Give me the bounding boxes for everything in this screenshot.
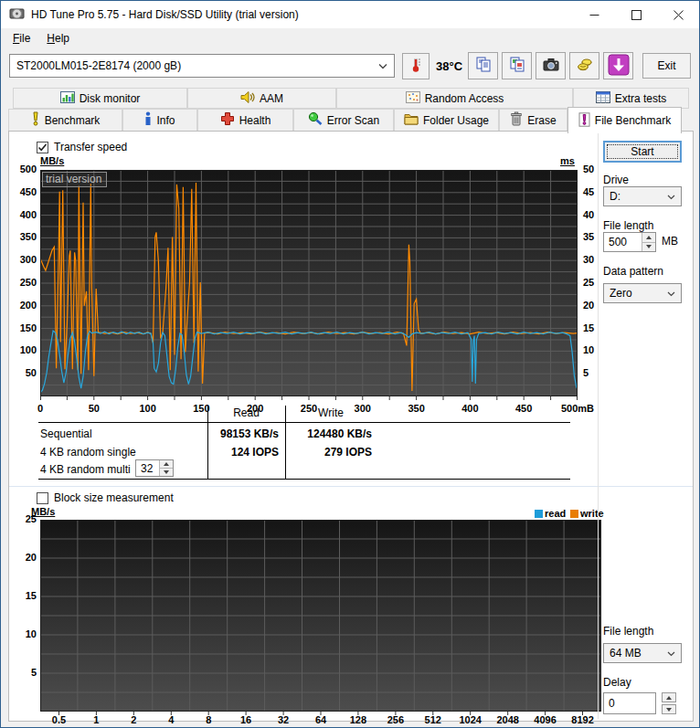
magnifier-icon [308,111,323,129]
tab-health[interactable]: Health [197,109,293,132]
axis-tick-label: 1024 [450,714,492,726]
table-line [38,422,570,423]
axis-tick-label: 64 [300,714,342,726]
tab-info[interactable]: Info [122,109,197,132]
tab-extra-tests[interactable]: Extra tests [573,88,689,109]
tab-random-access[interactable]: Random Access [336,88,573,109]
update-button[interactable] [603,52,633,79]
file-length2-label: File length [603,625,653,638]
app-icon [9,5,25,24]
axis-tick-label: 0 [17,403,63,415]
file-benchmark-page: Transfer speed MB/s ms trial version Rea… [8,131,694,722]
tab-label: Random Access [425,92,504,105]
copy-image-icon [509,57,525,76]
file-length-unit: MB [662,235,678,248]
menu-help[interactable]: Help [38,30,78,47]
spin-up-button[interactable] [642,233,655,242]
titlebar: HD Tune Pro 5.75 - Hard Disk/SSD Utility… [1,1,699,28]
trash-icon [510,111,523,129]
tab-erase[interactable]: Erase [499,109,567,132]
axis-tick-label: 250 [286,403,332,415]
random-single-write-value: 279 IOPS [290,446,372,459]
exit-button-label: Exit [657,59,675,72]
axis-tick-label: 15 [583,322,607,334]
minimize-button[interactable] [573,1,615,28]
menubar: File Help [1,28,699,48]
legend-read-label: read [545,508,566,519]
drive-dropdown-value: D: [610,190,620,203]
temperature-button[interactable] [402,53,430,79]
checkbox-checked-icon [37,142,48,153]
tab-folder-usage[interactable]: Folder Usage [394,109,499,132]
maximize-button[interactable] [615,1,657,28]
axis-tick-label: 10 [13,628,37,640]
tab-bar: Disk monitor AAM Random Access Extra tes… [1,88,699,132]
speaker-icon [240,90,255,107]
copy-image-button[interactable] [502,52,532,79]
file-length2-dropdown[interactable]: 64 MB [603,643,682,663]
axis-tick-label: 5 [13,667,37,679]
axis-tick-label: 25 [13,513,37,525]
thermometer-icon [410,56,421,77]
axis-tick-label: 350 [13,231,37,243]
camera-icon [543,58,559,74]
health-cross-icon [220,111,235,129]
chevron-down-icon [378,59,387,72]
data-pattern-dropdown[interactable]: Zero [603,283,682,303]
axis-tick-label: 512 [412,714,454,726]
info-icon [144,111,152,129]
app-window: HD Tune Pro 5.75 - Hard Disk/SSD Utility… [0,0,700,728]
tab-error-scan[interactable]: Error Scan [293,109,394,132]
legend-read-swatch [535,510,543,518]
transfer-speed-checkbox[interactable]: Transfer speed [37,141,127,153]
random-multi-spinner[interactable]: 32 [135,459,174,477]
row-label-random-multi: 4 KB random multi [40,463,131,476]
axis-tick-label: 200 [13,300,37,311]
spin-down-button[interactable] [662,704,676,714]
axis-tick-label: 30 [583,254,607,266]
data-pattern-value: Zero [610,287,632,300]
sequential-write-value: 124480 KB/s [290,427,372,440]
tab-disk-monitor[interactable]: Disk monitor [13,88,187,109]
spin-down-button[interactable] [160,468,173,476]
spin-up-button[interactable] [160,460,173,468]
row-label-random-single: 4 KB random single [40,446,136,459]
tab-file-benchmark[interactable]: File Benchmark [567,107,682,133]
tab-benchmark[interactable]: Benchmark [8,109,122,132]
axis-tick-label: 50 [13,367,37,379]
file-length-spinner[interactable]: 500 [603,232,656,252]
tab-label: Extra tests [615,92,667,105]
spin-up-button[interactable] [662,692,676,702]
axis-tick-label: 5 [583,367,607,379]
chevron-down-icon [667,190,675,203]
axis-tick-label: 128 [337,714,379,726]
drive-select[interactable]: ST2000LM015-2E8174 (2000 gB) [9,54,395,78]
drive-label: Drive [603,174,629,186]
screenshot-button[interactable] [536,52,566,79]
file-length-value: 500 [604,233,642,251]
block-size-checkbox[interactable]: Block size measurement [37,491,174,504]
drive-dropdown[interactable]: D: [603,186,682,206]
start-button[interactable]: Start [603,141,682,163]
delay-value: 0 [604,693,655,713]
legend-write-label: write [580,508,604,519]
random-multi-value: 32 [136,460,159,476]
spin-down-button[interactable] [642,242,655,252]
axis-tick-label: 10 [583,344,607,356]
register-button[interactable] [569,52,599,79]
tab-row-1: Disk monitor AAM Random Access Extra tes… [13,88,689,109]
copy-text-button[interactable] [468,52,498,79]
close-button[interactable] [657,1,699,28]
tab-label: File Benchmark [595,114,671,127]
delay-field[interactable]: 0 [603,692,656,714]
exit-button[interactable]: Exit [642,53,691,79]
tab-aam[interactable]: AAM [187,88,336,109]
axis-tick-label: 35 [583,231,607,243]
menu-file[interactable]: File [5,30,38,47]
tab-label: Benchmark [45,114,101,127]
random-single-read-value: 124 IOPS [175,446,279,459]
start-button-label: Start [631,145,653,158]
axis-tick-label: 150 [13,322,37,334]
drive-select-value: ST2000LM015-2E8174 (2000 gB) [16,59,181,72]
axis-tick-label: 200 [232,403,278,415]
